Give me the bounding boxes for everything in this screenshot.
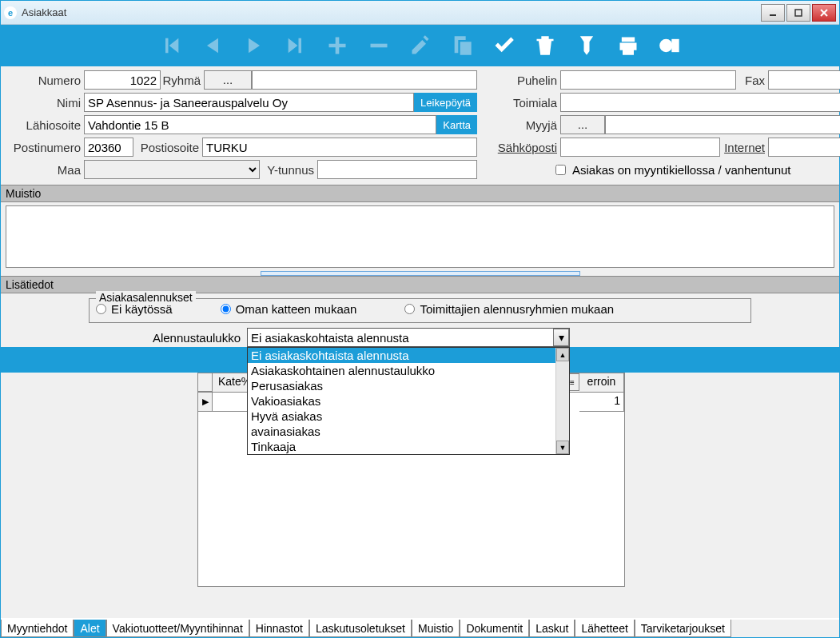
dropdown-scrollbar[interactable]: ▲ ▼: [555, 348, 569, 454]
last-record-icon[interactable]: [281, 30, 311, 61]
tab-lahetteet[interactable]: Lähetteet: [575, 620, 634, 637]
bottom-tabs: Myyntiehdot Alet Vakiotuotteet/Myyntihin…: [1, 618, 839, 637]
postinumero-input[interactable]: [84, 138, 133, 157]
puhelin-input[interactable]: [560, 70, 736, 90]
discount-opt3[interactable]: Toimittajien alennusryhmien mukaan: [404, 302, 614, 316]
toimiala-input[interactable]: [560, 93, 840, 112]
lahiosoite-label: Lähiosoite: [7, 118, 84, 132]
row-marker-header: [198, 373, 213, 392]
muistio-header: Muistio: [1, 185, 839, 202]
app-icon: e: [4, 6, 17, 19]
numero-label: Numero: [7, 74, 84, 87]
export-icon[interactable]: [655, 30, 685, 61]
dropdown-item[interactable]: Ei asiakaskohtaista alennusta: [248, 348, 569, 363]
leikepoyta-button[interactable]: Leikepöytä: [414, 93, 477, 112]
dropdown-item[interactable]: avainasiakas: [248, 424, 569, 439]
next-record-icon[interactable]: [239, 30, 269, 61]
myyja-label: Myyjä: [484, 118, 560, 132]
myyntikielto-checkbox[interactable]: [555, 165, 566, 175]
kartta-button[interactable]: Kartta: [436, 115, 477, 134]
scroll-up-icon[interactable]: ▲: [556, 348, 569, 361]
grid-header-kerroin: erroin: [579, 373, 624, 392]
dropdown-item[interactable]: Hyvä asiakas: [248, 409, 569, 424]
tab-laskutusoletukset[interactable]: Laskutusoletukset: [309, 620, 412, 637]
discount-legend: Asiakasalennukset: [96, 291, 196, 304]
myyntikielto-label: Asiakas on myyntikiellossa / vanhentunut: [572, 163, 790, 177]
titlebar: e Asiakkaat: [1, 1, 839, 25]
lahiosoite-input[interactable]: [84, 115, 436, 134]
svg-rect-1: [795, 10, 802, 16]
discount-table-label: Alennustaulukko: [7, 331, 247, 345]
toolbar: [1, 25, 839, 66]
toimiala-label: Toimiala: [484, 96, 560, 110]
flashlight-icon[interactable]: [571, 30, 602, 61]
tab-laskut[interactable]: Laskut: [529, 620, 575, 637]
nimi-input[interactable]: [84, 93, 414, 112]
edit-icon[interactable]: [405, 30, 436, 61]
postiosoite-label: Postiosoite: [133, 141, 202, 154]
internet-link[interactable]: Internet: [720, 141, 768, 154]
svg-point-4: [659, 39, 672, 52]
tab-alet[interactable]: Alet: [74, 620, 105, 637]
form-area: Numero Ryhmä … Nimi Leikepöytä Lähiosoit…: [1, 66, 839, 185]
row-marker-icon[interactable]: ▶: [198, 393, 213, 412]
trash-icon[interactable]: [530, 30, 560, 61]
fax-input[interactable]: [768, 70, 840, 90]
tab-dokumentit[interactable]: Dokumentit: [460, 620, 529, 637]
tab-tarviketarjoukset[interactable]: Tarviketarjoukset: [635, 620, 731, 637]
muistio-textarea[interactable]: [6, 205, 834, 268]
dropdown-item[interactable]: Perusasiakas: [248, 378, 569, 393]
dropdown-item[interactable]: Asiakaskohtainen alennustaulukko: [248, 363, 569, 378]
fax-label: Fax: [736, 74, 768, 87]
scroll-down-icon[interactable]: ▼: [556, 441, 569, 454]
grid-cell-kerroin[interactable]: 1: [579, 393, 624, 412]
ryhma-label: Ryhmä: [161, 74, 204, 87]
tab-hinnastot[interactable]: Hinnastot: [249, 620, 309, 637]
remove-icon[interactable]: [364, 30, 394, 61]
discount-group: Asiakasalennukset Ei käytössä Oman katte…: [89, 298, 751, 323]
first-record-icon[interactable]: [156, 30, 186, 61]
splitter-handle[interactable]: [261, 271, 580, 276]
maa-select[interactable]: [84, 160, 260, 179]
ryhma-display: [252, 70, 477, 90]
nimi-label: Nimi: [7, 96, 84, 110]
discount-table-combo[interactable]: ▾ Ei asiakaskohtaista alennusta Asiakask…: [247, 328, 570, 347]
postiosoite-input[interactable]: [202, 138, 477, 157]
minimize-button[interactable]: [761, 4, 785, 22]
internet-input[interactable]: [768, 138, 840, 157]
tab-vakiotuotteet[interactable]: Vakiotuotteet/Myyntihinnat: [106, 620, 249, 637]
add-icon[interactable]: [322, 30, 352, 61]
discount-dropdown-list: Ei asiakaskohtaista alennusta Asiakaskoh…: [247, 347, 570, 455]
dropdown-item[interactable]: Vakioasiakas: [248, 393, 569, 409]
tab-muistio[interactable]: Muistio: [412, 620, 460, 637]
maximize-button[interactable]: [786, 4, 810, 22]
discount-opt1[interactable]: Ei käytössä: [96, 302, 173, 316]
dropdown-arrow-icon[interactable]: ▾: [553, 329, 569, 346]
numero-input[interactable]: [84, 70, 161, 90]
myyja-display: [605, 115, 840, 134]
print-icon[interactable]: [613, 30, 643, 61]
myyja-lookup-button[interactable]: …: [560, 115, 605, 134]
sahkoposti-link[interactable]: Sähköposti: [484, 141, 560, 154]
tab-myyntiehdot[interactable]: Myyntiehdot: [1, 620, 74, 637]
ytunnus-input[interactable]: [317, 160, 477, 179]
check-icon[interactable]: [488, 30, 519, 61]
ytunnus-label: Y-tunnus: [260, 163, 317, 177]
puhelin-label: Puhelin: [484, 74, 560, 87]
discount-opt2[interactable]: Oman katteen mukaan: [221, 302, 357, 316]
prev-record-icon[interactable]: [197, 30, 228, 61]
window-title: Asiakkaat: [22, 6, 761, 18]
postinumero-label: Postinumero: [7, 141, 84, 154]
maa-label: Maa: [7, 163, 84, 177]
sahkoposti-input[interactable]: [560, 138, 720, 157]
dropdown-item[interactable]: Tinkaaja: [248, 439, 569, 454]
discount-table-input[interactable]: [247, 328, 570, 347]
close-button[interactable]: [812, 4, 836, 22]
ryhma-lookup-button[interactable]: …: [204, 70, 252, 90]
copy-icon[interactable]: [447, 30, 477, 61]
